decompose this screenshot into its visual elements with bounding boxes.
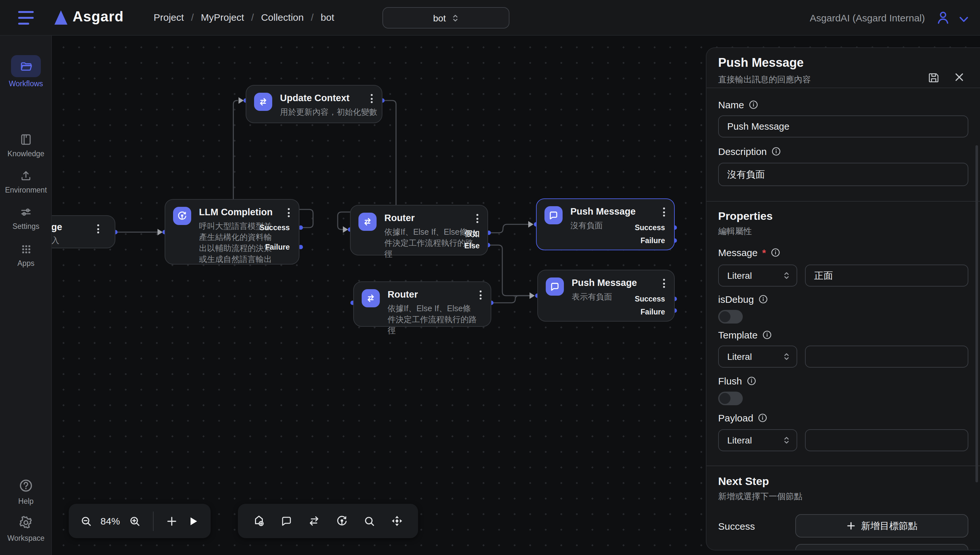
panel-header: Push Message 直接輸出訊息的回應內容 xyxy=(706,48,980,88)
name-input[interactable] xyxy=(718,115,968,138)
isdebug-field-label: isDebug xyxy=(718,294,968,305)
add-target-node-button-failure[interactable]: 新增目標節點 xyxy=(795,544,968,550)
payload-field-label: Payload xyxy=(718,412,968,423)
close-icon[interactable] xyxy=(954,72,964,85)
sidebar-item-settings[interactable]: Settings xyxy=(0,204,52,230)
info-icon xyxy=(758,413,767,423)
panel-title: Push Message xyxy=(718,56,804,70)
search-tool-icon[interactable] xyxy=(360,512,378,530)
node-menu-button[interactable] xyxy=(663,207,665,217)
sidebar: Workflows Knowledge Environment Settings… xyxy=(0,36,52,555)
node-update-context[interactable]: Update Context 用於更新內容，初始化變數 xyxy=(246,85,383,123)
failure-row-label: Failure xyxy=(718,550,795,550)
info-icon xyxy=(758,294,768,304)
node-title: Update Context xyxy=(280,93,349,103)
sidebar-item-apps[interactable]: Apps xyxy=(0,241,52,267)
node-palette-toolbar xyxy=(238,504,418,538)
node-llm-completion[interactable]: LLM Completion 呼叫大型語言模型並產生結構化的資料輸出以輔助流程的… xyxy=(165,199,299,265)
flush-toggle[interactable] xyxy=(718,391,743,405)
node-router-2[interactable]: Router 依據If、Else If、Else條件決定工作流程執行的路徑 xyxy=(353,281,491,327)
template-mode-select[interactable]: Literal xyxy=(718,346,797,367)
workflow-select[interactable]: bot xyxy=(383,7,509,29)
node-title: Router xyxy=(388,289,418,300)
plus-icon xyxy=(846,521,855,530)
message-value-input[interactable] xyxy=(805,265,968,287)
output-label-if: 假如 xyxy=(465,229,480,239)
node-menu-button[interactable] xyxy=(371,94,373,103)
llm-cycle-icon xyxy=(173,207,191,225)
node-menu-button[interactable] xyxy=(480,290,482,300)
asgard-logo-icon xyxy=(54,10,67,25)
sidebar-item-environment[interactable]: Environment xyxy=(0,168,52,194)
node-title: Router xyxy=(384,213,415,223)
breadcrumb-project[interactable]: Project xyxy=(154,12,184,23)
info-icon xyxy=(746,376,756,386)
upload-icon xyxy=(19,169,32,182)
trigger-bell-add-icon[interactable] xyxy=(250,512,268,530)
zoom-in-button[interactable] xyxy=(128,512,141,530)
sidebar-item-workspace[interactable]: Workspace xyxy=(0,513,52,542)
breadcrumb-myproject[interactable]: MyProject xyxy=(201,12,244,23)
panel-scrollbar[interactable] xyxy=(975,145,978,482)
next-step-success-row: Success 新增目標節點 xyxy=(718,514,968,537)
payload-mode-select[interactable]: Literal xyxy=(718,429,797,451)
node-inspector-panel: Push Message 直接輸出訊息的回應內容 Name Descriptio… xyxy=(706,47,980,550)
template-field-label: Template xyxy=(718,329,968,340)
account-chevron-down-icon[interactable] xyxy=(959,14,969,26)
push-message-tool-icon[interactable] xyxy=(277,512,296,530)
properties-title: Properties xyxy=(718,210,968,223)
node-title: ge xyxy=(51,222,62,232)
node-desc: 用於更新內容，初始化變數 xyxy=(280,107,377,118)
output-label-else: Else xyxy=(464,242,480,250)
payload-value-input[interactable] xyxy=(805,429,968,451)
info-icon xyxy=(770,248,780,257)
flush-field-label: Flush xyxy=(718,375,968,387)
router-tool-icon[interactable] xyxy=(305,512,323,530)
panel-subtitle: 直接輸出訊息的回應內容 xyxy=(718,74,811,86)
node-desc: 表示有負面 xyxy=(572,292,612,303)
node-push-message-1[interactable]: Push Message 沒有負面 Success Failure xyxy=(536,198,675,250)
panel-body: Name Description Properties 編輯屬性 Message… xyxy=(706,99,980,550)
toolbar-divider xyxy=(153,511,154,531)
node-menu-button[interactable] xyxy=(476,214,478,223)
node-title: LLM Completion xyxy=(199,207,272,217)
llm-tool-icon[interactable] xyxy=(333,512,351,530)
node-desc: 依據If、Else If、Else條件決定工作流程執行的路徑 xyxy=(388,303,477,337)
run-workflow-button[interactable] xyxy=(187,512,200,530)
node-push-message-2[interactable]: Push Message 表示有負面 Success Failure xyxy=(537,270,675,322)
section-divider xyxy=(706,201,980,202)
add-node-button[interactable] xyxy=(165,512,179,530)
success-row-label: Success xyxy=(718,520,795,531)
sidebar-item-workflows[interactable]: Workflows xyxy=(0,55,52,88)
swap-arrows-icon xyxy=(254,93,272,111)
node-desc: 沒有負面 xyxy=(570,220,603,231)
asgard-workflow-editor: ge 入 Update Context 用於更新內容，初始化變數 LLM Com… xyxy=(0,0,980,555)
node-menu-button[interactable] xyxy=(663,279,665,288)
add-target-node-button-success[interactable]: 新增目標節點 xyxy=(795,514,968,537)
grid-dots-icon xyxy=(20,243,32,255)
node-desc: 入 xyxy=(51,235,59,246)
topbar: Asgard Project / MyProject / Collection … xyxy=(0,0,980,36)
description-input[interactable] xyxy=(718,163,968,186)
move-tool-icon[interactable] xyxy=(388,512,407,530)
zoom-out-button[interactable] xyxy=(79,512,93,530)
isdebug-toggle[interactable] xyxy=(718,310,743,324)
template-value-input[interactable] xyxy=(805,346,968,367)
node-router-1[interactable]: Router 依據If、Else If、Else條件決定工作流程執行的路徑 假如… xyxy=(350,205,488,255)
sidebar-item-help[interactable]: Help xyxy=(0,476,52,505)
sidebar-item-knowledge[interactable]: Knowledge xyxy=(0,132,52,157)
node-menu-button[interactable] xyxy=(288,208,290,217)
next-step-failure-row: Failure 新增目標節點 xyxy=(718,544,968,550)
message-mode-select[interactable]: Literal xyxy=(718,265,797,287)
node-menu-button[interactable] xyxy=(97,225,99,233)
user-avatar-icon[interactable] xyxy=(935,9,951,29)
save-icon[interactable] xyxy=(927,71,940,86)
select-chevrons-icon xyxy=(783,271,790,280)
name-field-label: Name xyxy=(718,99,968,110)
hamburger-menu-icon[interactable] xyxy=(18,11,34,25)
breadcrumb-bot[interactable]: bot xyxy=(321,12,335,23)
account-name: AsgardAI (Asgard Internal) xyxy=(810,12,925,23)
gear-icon xyxy=(18,515,34,530)
breadcrumb-collection[interactable]: Collection xyxy=(261,12,304,23)
brand-name: Asgard xyxy=(73,8,124,25)
